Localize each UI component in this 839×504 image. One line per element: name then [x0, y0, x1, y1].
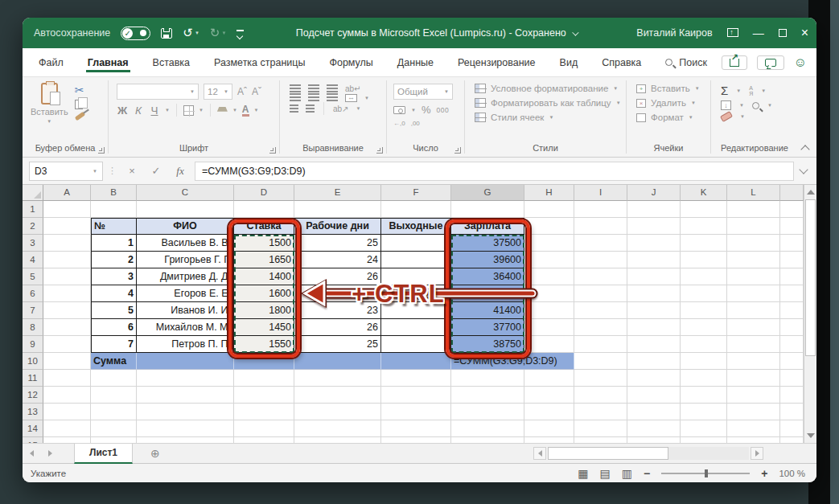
cell-D3[interactable]: 1500	[234, 235, 294, 252]
cell-D7[interactable]: 1800	[234, 302, 294, 319]
vertical-scrollbar[interactable]	[804, 185, 816, 443]
cell-E7[interactable]: 23	[294, 302, 381, 319]
number-dialog-launcher-icon[interactable]	[454, 147, 461, 154]
column-header-F[interactable]: F	[381, 185, 451, 201]
cell-B15[interactable]	[91, 437, 137, 443]
cell-L11[interactable]	[727, 370, 780, 387]
column-header-H[interactable]: H	[524, 185, 574, 201]
cell-E10[interactable]	[294, 353, 381, 370]
cell-H5[interactable]	[524, 268, 574, 285]
autosave-toggle[interactable]: ✓	[121, 27, 150, 40]
row-header-14[interactable]: 14	[23, 420, 43, 437]
row-header-11[interactable]: 11	[23, 370, 43, 387]
horizontal-scrollbar[interactable]	[533, 447, 763, 460]
cell-F11[interactable]	[381, 370, 451, 387]
comma-format-icon[interactable]: 000	[437, 106, 450, 114]
zoom-out-button[interactable]: −	[644, 467, 650, 480]
cell-E15[interactable]	[294, 437, 381, 443]
cell-F3[interactable]	[381, 235, 451, 252]
zoom-in-button[interactable]: +	[761, 467, 767, 480]
cell-J9[interactable]	[627, 336, 681, 353]
row-header-10[interactable]: 10	[23, 353, 43, 370]
tab-Разметка страницы[interactable]: Разметка страницы	[212, 50, 306, 76]
cell-F12[interactable]	[381, 387, 451, 404]
cell-L10[interactable]	[727, 353, 780, 370]
sheet-nav-left-icon[interactable]	[23, 450, 41, 457]
cell-G5[interactable]: 36400	[451, 268, 524, 285]
autosum-icon[interactable]: Σ	[721, 84, 728, 97]
tab-Рецензирование[interactable]: Рецензирование	[456, 50, 537, 76]
align-bottom-icon[interactable]	[327, 84, 338, 86]
row-header-1[interactable]: 1	[23, 201, 43, 218]
vscroll-down-icon[interactable]	[807, 433, 815, 438]
cell-D8[interactable]: 1450	[234, 319, 294, 336]
cell-J8[interactable]	[627, 319, 681, 336]
cell-E3[interactable]: 25	[294, 235, 381, 252]
row-header-5[interactable]: 5	[23, 268, 43, 285]
cell-D15[interactable]	[234, 437, 294, 443]
close-button[interactable]: ×	[801, 27, 808, 39]
cell-F5[interactable]	[381, 268, 451, 285]
sort-filter-icon[interactable]: АЯ	[749, 85, 753, 96]
cell-G14[interactable]	[451, 420, 524, 437]
cell-K9[interactable]	[681, 336, 727, 353]
cell-C2[interactable]: ФИО	[137, 218, 234, 235]
cell-D6[interactable]: 1600	[234, 285, 294, 302]
cell-H13[interactable]	[524, 404, 574, 420]
cell-K8[interactable]	[681, 319, 727, 336]
cell-L13[interactable]	[727, 404, 780, 420]
cell-I15[interactable]	[574, 437, 627, 443]
cell-I5[interactable]	[574, 268, 627, 285]
currency-format-icon[interactable]	[393, 106, 405, 114]
percent-format-icon[interactable]: %	[422, 104, 431, 116]
cell-D10[interactable]	[234, 353, 294, 370]
grid-corner[interactable]	[23, 185, 43, 201]
cancel-formula-icon[interactable]: ×	[122, 165, 142, 177]
cell-B12[interactable]	[91, 387, 137, 404]
cell-J10[interactable]	[627, 353, 681, 370]
cell-E14[interactable]	[294, 420, 381, 437]
font-color-icon[interactable]: А	[242, 104, 249, 117]
cell-C3[interactable]: Васильев В. В.	[137, 235, 234, 252]
borders-icon[interactable]	[183, 105, 194, 116]
collapse-ribbon-icon[interactable]	[800, 145, 809, 154]
tab-Главная[interactable]: Главная	[86, 50, 130, 76]
increase-indent-icon[interactable]	[306, 104, 315, 106]
cell-D14[interactable]	[234, 420, 294, 437]
underline-button[interactable]: Ч	[149, 104, 160, 117]
cell-I7[interactable]	[574, 302, 627, 319]
font-size-select[interactable]: 12▼	[204, 84, 232, 100]
sheet-tab-list1[interactable]: Лист1	[74, 444, 133, 464]
cell-K13[interactable]	[681, 404, 727, 420]
cell-G13[interactable]	[451, 404, 524, 420]
styles-3-button[interactable]: Стили ячеек▼	[465, 110, 626, 125]
cell-K2[interactable]	[681, 218, 727, 235]
cell-A9[interactable]	[43, 336, 91, 353]
cell-E5[interactable]: 26	[294, 268, 381, 285]
cell-H11[interactable]	[524, 370, 574, 387]
cell-F14[interactable]	[381, 420, 451, 437]
cell-I11[interactable]	[574, 370, 627, 387]
cell-A11[interactable]	[43, 370, 91, 387]
cell-I9[interactable]	[574, 336, 627, 353]
fill-down-icon[interactable]: ↓	[721, 100, 731, 110]
cell-E12[interactable]	[294, 387, 381, 404]
cell-H9[interactable]	[524, 336, 574, 353]
cell-L8[interactable]	[727, 319, 780, 336]
decrease-indent-icon[interactable]	[290, 104, 298, 106]
column-header-A[interactable]: A	[43, 185, 91, 201]
cell-L4[interactable]	[727, 252, 780, 268]
cell-K3[interactable]	[681, 235, 727, 252]
ribbon-display-options-icon[interactable]	[727, 27, 738, 39]
hscroll-thumb[interactable]	[548, 447, 668, 460]
cell-C7[interactable]: Иванов И. И.	[137, 302, 234, 319]
row-header-3[interactable]: 3	[23, 235, 43, 252]
cell-K5[interactable]	[681, 268, 727, 285]
name-box[interactable]: D3▼	[29, 162, 103, 181]
cell-G1[interactable]	[451, 201, 524, 218]
cells-2-button[interactable]: ×Удалить▼	[627, 96, 710, 110]
row-header-6[interactable]: 6	[23, 285, 43, 302]
tab-Вставка[interactable]: Вставка	[151, 50, 191, 76]
bold-button[interactable]: Ж	[117, 104, 128, 117]
cell-L7[interactable]	[727, 302, 780, 319]
